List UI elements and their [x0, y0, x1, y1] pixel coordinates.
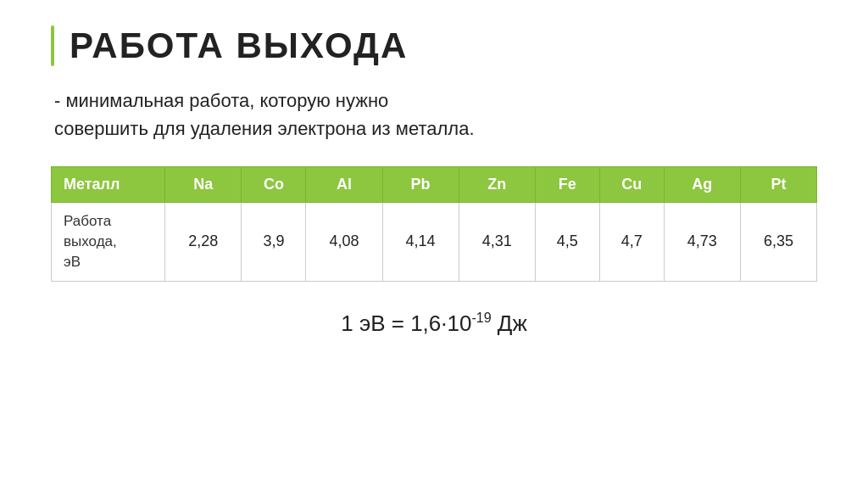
col-header-na: Na: [165, 167, 242, 203]
cell-zn: 4,31: [459, 203, 535, 281]
col-header-metal: Металл: [52, 167, 165, 203]
slide: РАБОТА ВЫХОДА - минимальная работа, кото…: [0, 0, 868, 487]
col-header-ag: Ag: [664, 167, 740, 203]
cell-pt: 6,35: [740, 203, 816, 281]
cell-na: 2,28: [165, 203, 242, 281]
col-header-cu: Cu: [599, 167, 664, 203]
formula-text: 1 эВ = 1,6·10-19 Дж: [341, 311, 527, 336]
title-bar: [51, 25, 54, 66]
table-container: Металл Na Co Al Pb Zn Fe Cu Ag Pt Работа…: [51, 166, 817, 281]
subtitle-line2: совершить для удаления электрона из мета…: [54, 118, 475, 139]
col-header-fe: Fe: [535, 167, 599, 203]
cell-pb: 4,14: [382, 203, 459, 281]
table-header-row: Металл Na Co Al Pb Zn Fe Cu Ag Pt: [52, 167, 817, 203]
title-block: РАБОТА ВЫХОДА: [51, 25, 817, 66]
cell-cu: 4,7: [599, 203, 664, 281]
col-header-pt: Pt: [740, 167, 816, 203]
col-header-co: Co: [242, 167, 306, 203]
col-header-zn: Zn: [459, 167, 535, 203]
cell-al: 4,08: [306, 203, 382, 281]
page-title: РАБОТА ВЫХОДА: [70, 25, 408, 66]
table-row: Работавыхода,эВ 2,28 3,9 4,08 4,14 4,31 …: [52, 203, 817, 281]
row-label: Работавыхода,эВ: [52, 203, 165, 281]
cell-co: 3,9: [242, 203, 306, 281]
cell-fe: 4,5: [535, 203, 599, 281]
subtitle: - минимальная работа, которую нужно сове…: [51, 87, 817, 143]
formula-exponent: -19: [471, 311, 491, 325]
subtitle-line1: - минимальная работа, которую нужно: [54, 90, 388, 111]
data-table: Металл Na Co Al Pb Zn Fe Cu Ag Pt Работа…: [51, 166, 817, 281]
col-header-pb: Pb: [382, 167, 459, 203]
col-header-al: Al: [306, 167, 382, 203]
cell-ag: 4,73: [664, 203, 740, 281]
formula-block: 1 эВ = 1,6·10-19 Дж: [51, 311, 817, 337]
